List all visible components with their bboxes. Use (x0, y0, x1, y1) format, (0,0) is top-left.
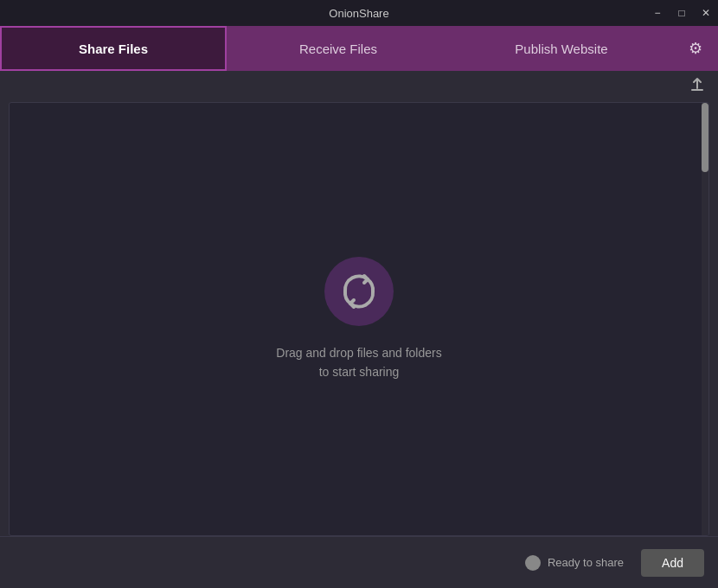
scrollbar-track[interactable] (702, 103, 708, 535)
upload-button[interactable] (685, 74, 709, 99)
drop-area-container: Drag and drop files and folders to start… (0, 102, 718, 536)
maximize-button[interactable]: □ (670, 0, 694, 26)
tab-receive-files[interactable]: Receive Files (227, 26, 450, 71)
tab-share-files[interactable]: Share Files (0, 26, 227, 71)
settings-button[interactable]: ⚙ (673, 26, 718, 71)
bottom-bar: Ready to share Add (0, 536, 718, 588)
close-button[interactable]: ✕ (694, 0, 718, 26)
minimize-button[interactable]: − (645, 0, 670, 26)
status-area: Ready to share (525, 555, 624, 571)
drop-area[interactable]: Drag and drop files and folders to start… (9, 102, 709, 536)
app-title: OnionShare (329, 7, 388, 20)
add-button[interactable]: Add (641, 549, 704, 577)
drop-text: Drag and drop files and folders to start… (276, 343, 441, 382)
status-dot (525, 555, 541, 571)
window-controls: − □ ✕ (645, 0, 718, 26)
toolbar (0, 71, 718, 102)
drop-icon-wrapper (324, 257, 394, 326)
title-bar: OnionShare − □ ✕ (0, 0, 718, 26)
tab-bar: Share Files Receive Files Publish Websit… (0, 26, 718, 71)
upload-icon (689, 76, 706, 98)
scrollbar-thumb (702, 103, 708, 172)
status-text: Ready to share (548, 556, 624, 569)
tab-publish-website[interactable]: Publish Website (450, 26, 673, 71)
gear-icon: ⚙ (689, 39, 702, 58)
